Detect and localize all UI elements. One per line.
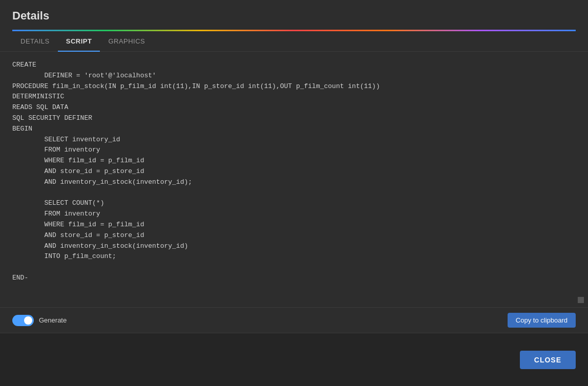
tab-graphics[interactable]: GRAPHICS bbox=[100, 31, 153, 51]
main-panel: Details DETAILS SCRIPT GRAPHICS CREATE D… bbox=[0, 0, 588, 333]
bottom-section: CLOSE bbox=[0, 333, 588, 386]
tab-details[interactable]: DETAILS bbox=[12, 31, 58, 51]
generate-label: Generate bbox=[39, 316, 67, 324]
panel-header: Details bbox=[0, 0, 588, 31]
generate-toggle: Generate bbox=[12, 315, 67, 326]
generate-toggle-switch[interactable] bbox=[12, 315, 34, 326]
code-toolbar: Generate Copy to clipboard bbox=[0, 307, 588, 333]
copy-to-clipboard-button[interactable]: Copy to clipboard bbox=[508, 313, 576, 328]
scroll-indicator bbox=[578, 297, 584, 303]
page-title: Details bbox=[12, 9, 576, 23]
tab-script[interactable]: SCRIPT bbox=[58, 31, 100, 51]
code-area[interactable]: CREATE DEFINER = 'root'@'localhost' PROC… bbox=[0, 52, 588, 307]
close-button[interactable]: CLOSE bbox=[520, 351, 576, 369]
tabs-row: DETAILS SCRIPT GRAPHICS bbox=[0, 31, 588, 52]
code-content: CREATE DEFINER = 'root'@'localhost' PROC… bbox=[12, 60, 576, 284]
